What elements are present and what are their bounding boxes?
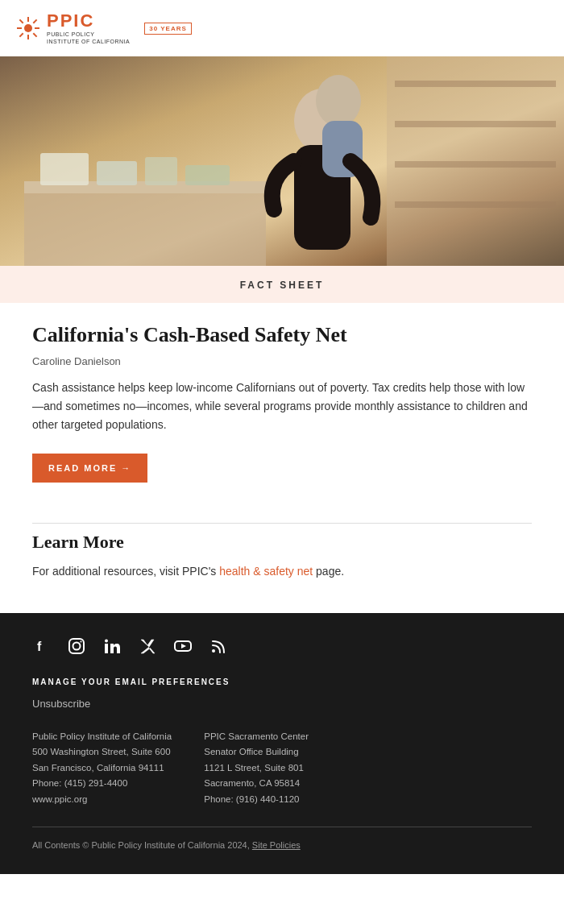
svg-rect-25 <box>395 201 556 208</box>
logo-ppic: PPIC <box>47 11 130 31</box>
fact-sheet-label: FACT SHEET <box>240 280 325 291</box>
health-safety-net-link[interactable]: health & safety net <box>219 565 313 578</box>
footer-url-link[interactable]: www.ppic.org <box>32 794 87 804</box>
svg-line-6 <box>33 33 36 36</box>
svg-rect-28 <box>69 639 84 653</box>
footer-city-1: San Francisco, California 94111 <box>32 760 172 777</box>
svg-line-7 <box>33 20 36 23</box>
svg-rect-32 <box>105 644 108 653</box>
svg-rect-15 <box>145 157 177 185</box>
logo-container: PPIC PUBLIC POLICYINSTITUTE OF CALIFORNI… <box>16 11 192 45</box>
svg-line-8 <box>19 33 23 36</box>
svg-point-19 <box>316 75 361 126</box>
footer-copyright: All Contents © Public Policy Institute o… <box>32 840 532 850</box>
svg-marker-35 <box>181 644 186 648</box>
svg-point-33 <box>105 639 108 642</box>
learn-more-section: Learn More For additional resources, vis… <box>0 524 564 604</box>
footer-address-sac: PPIC Sacramento Center Senator Office Bu… <box>204 729 309 808</box>
svg-rect-24 <box>395 161 556 168</box>
logo-years: 30 YEARS <box>144 23 192 35</box>
learn-more-text-after: page. <box>313 565 344 578</box>
fact-sheet-bar: FACT SHEET <box>0 266 564 303</box>
copyright-text: All Contents © Public Policy Institute o… <box>32 840 250 850</box>
svg-point-30 <box>81 640 82 642</box>
unsubscribe-link[interactable]: Unsubscribe <box>32 698 532 710</box>
hero-image <box>0 56 564 266</box>
learn-more-text-before: For additional resources, visit PPIC's <box>32 565 219 578</box>
twitter-icon[interactable] <box>139 637 156 655</box>
logo-text: PPIC PUBLIC POLICYINSTITUTE OF CALIFORNI… <box>47 11 130 45</box>
article-content: California's Cash-Based Safety Net Carol… <box>0 303 564 523</box>
svg-rect-16 <box>185 165 230 185</box>
footer-city-2: Sacramento, CA 95814 <box>204 776 309 792</box>
article-author: Caroline Danielson <box>32 355 532 367</box>
learn-more-heading: Learn More <box>32 532 532 553</box>
article-body: Cash assistance helps keep low-income Ca… <box>32 379 532 434</box>
instagram-icon[interactable] <box>68 637 85 655</box>
manage-email-label: MANAGE YOUR EMAIL PREFERENCES <box>32 677 532 686</box>
sun-icon <box>16 16 40 40</box>
svg-point-0 <box>24 24 32 32</box>
article-title: California's Cash-Based Safety Net <box>32 322 532 349</box>
logo-subtitle: PUBLIC POLICYINSTITUTE OF CALIFORNIA <box>47 31 130 45</box>
svg-rect-22 <box>395 81 556 87</box>
footer-addresses: Public Policy Institute of California 50… <box>32 729 532 808</box>
social-icons-row: f <box>32 637 532 655</box>
svg-rect-11 <box>24 185 266 266</box>
svg-point-36 <box>212 649 215 653</box>
svg-rect-13 <box>40 153 89 185</box>
footer-org-name-1: Public Policy Institute of California <box>32 729 172 745</box>
svg-line-5 <box>19 20 23 23</box>
svg-rect-14 <box>97 161 137 185</box>
youtube-icon[interactable] <box>174 637 192 655</box>
footer-phone-1: Phone: (415) 291-4400 <box>32 776 172 792</box>
rss-icon[interactable] <box>209 637 227 655</box>
read-more-button[interactable]: READ MORE → <box>32 454 147 483</box>
svg-text:f: f <box>37 640 42 653</box>
footer-org-name-2: PPIC Sacramento Center <box>204 729 309 745</box>
header: PPIC PUBLIC POLICYINSTITUTE OF CALIFORNI… <box>0 0 564 56</box>
footer-address-2-detail: 1121 L Street, Suite 801 <box>204 760 309 777</box>
linkedin-icon[interactable] <box>103 637 121 655</box>
footer-url-1[interactable]: www.ppic.org <box>32 792 172 808</box>
learn-more-text: For additional resources, visit PPIC's h… <box>32 562 532 580</box>
footer-street-2: Senator Office Building <box>204 744 309 760</box>
svg-rect-23 <box>395 121 556 127</box>
facebook-icon[interactable]: f <box>32 637 50 655</box>
hero-background <box>0 56 564 266</box>
footer-address-sf: Public Policy Institute of California 50… <box>32 729 172 808</box>
site-policies-link[interactable]: Site Policies <box>252 840 301 850</box>
footer-street-1: 500 Washington Street, Suite 600 <box>32 744 172 760</box>
svg-point-29 <box>73 642 81 649</box>
footer-phone-2: Phone: (916) 440-1120 <box>204 792 309 808</box>
footer: f <box>0 613 564 875</box>
footer-divider <box>32 827 532 827</box>
